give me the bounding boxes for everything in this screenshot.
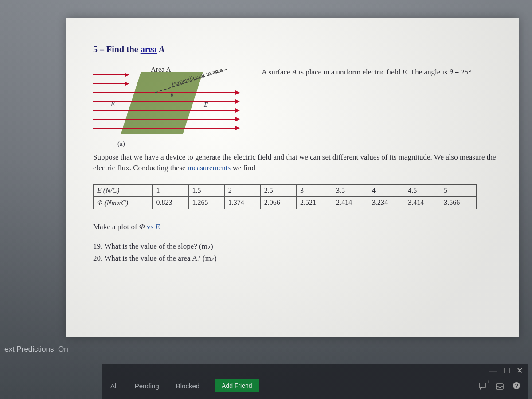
add-friend-button[interactable]: Add Friend: [215, 379, 259, 392]
arrow-head-icon: [235, 90, 240, 95]
cell: 3.234: [368, 196, 404, 209]
arrow-head-icon: [235, 117, 240, 121]
cell: 1.374: [224, 196, 260, 209]
heading-number: 5 –: [93, 44, 106, 54]
cell: 3.566: [440, 196, 476, 209]
field-line: [93, 128, 239, 129]
body-paragraph: Suppose that we have a device to generat…: [93, 152, 497, 173]
para-text: we find: [231, 164, 255, 172]
e-label-right: E: [204, 101, 208, 109]
section-heading: 5 – Find the area A: [93, 44, 497, 55]
e-label-left: E: [111, 100, 115, 108]
para-text: Suppose that we have a device to generat…: [93, 153, 496, 172]
help-icon[interactable]: ?: [512, 381, 521, 392]
arrow-head-icon: [125, 82, 129, 86]
row-header-phi: Φ (Nm₂/C): [94, 196, 153, 209]
desc-var-e: E: [402, 68, 407, 76]
close-icon[interactable]: ✕: [516, 366, 523, 376]
figure-caption: (a): [117, 140, 125, 148]
data-table: E (N/C) 1 1.5 2 2.5 3 3.5 4 4.5 5 Φ (Nm₂…: [93, 184, 477, 209]
questions-block: 19. What is the value of the slope? (m₂)…: [93, 240, 497, 264]
arrow-head-icon: [235, 108, 240, 113]
tab-all[interactable]: All: [109, 379, 120, 392]
cell: 0.823: [153, 196, 188, 209]
figure-row: Area A Perpendicular to area θ E E (a) A…: [93, 66, 497, 145]
field-line: [93, 101, 239, 102]
figure-diagram: Area A Perpendicular to area θ E E (a): [93, 66, 244, 145]
help-svg-icon: ?: [512, 381, 521, 390]
desc-angle-value: = 25°: [453, 68, 472, 76]
desc-text: is place in a uniform electric field: [297, 68, 402, 76]
tab-blocked[interactable]: Blocked: [174, 379, 201, 392]
heading-prefix: Find the: [106, 44, 141, 54]
cell: 3: [296, 184, 332, 196]
plus-badge-icon: +: [487, 379, 490, 384]
new-dm-icon[interactable]: +: [478, 382, 487, 392]
plot-e: E: [155, 223, 160, 231]
desc-text: . The angle is: [407, 68, 450, 76]
desc-var-a: A: [292, 68, 297, 76]
cell: 3.414: [404, 196, 440, 209]
cell: 2.414: [332, 196, 368, 209]
friend-tabs: All Pending Blocked Add Friend: [109, 379, 259, 392]
cell: 4.5: [404, 184, 440, 196]
text-predictions-indicator: ext Predictions: On: [0, 343, 73, 356]
arrow-head-icon: [235, 126, 240, 130]
svg-text:?: ?: [515, 383, 518, 389]
table-row: E (N/C) 1 1.5 2 2.5 3 3.5 4 4.5 5: [94, 184, 477, 196]
cell: 2.521: [296, 196, 332, 209]
minimize-icon[interactable]: —: [489, 366, 497, 376]
field-line: [93, 92, 239, 93]
maximize-icon[interactable]: ☐: [503, 366, 510, 376]
inbox-icon[interactable]: [495, 382, 504, 392]
desc-var-theta: θ: [449, 68, 453, 76]
cell: 4: [368, 184, 404, 196]
plot-phi: Φ: [139, 223, 145, 231]
plot-text: Make a plot of: [93, 223, 139, 231]
measurements-link[interactable]: measurements: [188, 164, 231, 172]
field-line: [93, 83, 129, 84]
row-header-e: E (N/C): [94, 184, 153, 196]
heading-var-a: A: [157, 44, 165, 54]
arrow-head-icon: [235, 99, 240, 104]
question-19: 19. What is the value of the slope? (m₂): [93, 240, 497, 252]
field-line: [93, 74, 129, 75]
heading-area-link[interactable]: area: [141, 44, 157, 54]
field-line: [93, 110, 239, 111]
cell: 1.5: [188, 184, 224, 196]
cell: 3.5: [332, 184, 368, 196]
chat-bubble-icon: [478, 382, 487, 390]
tab-pending[interactable]: Pending: [133, 379, 161, 392]
vs-text: vs: [145, 223, 156, 231]
chat-window-overlay: — ☐ ✕ All Pending Blocked Add Friend + ?: [102, 364, 528, 399]
document-page: 5 – Find the area A Area A Perpendicular…: [66, 18, 519, 337]
arrow-head-icon: [125, 73, 129, 77]
table-row: Φ (Nm₂/C) 0.823 1.265 1.374 2.066 2.521 …: [94, 196, 477, 209]
figure-description: A surface A is place in a uniform electr…: [262, 66, 497, 77]
desc-text: A surface: [262, 68, 292, 76]
field-line: [93, 119, 239, 120]
cell: 1: [153, 184, 188, 196]
cell: 1.265: [188, 196, 224, 209]
vs-link[interactable]: vs E: [145, 223, 160, 231]
window-controls: — ☐ ✕: [489, 366, 523, 376]
cell: 2: [224, 184, 260, 196]
plot-instruction: Make a plot of Φ vs E: [93, 223, 497, 231]
cell: 2.5: [260, 184, 296, 196]
cell: 2.066: [260, 196, 296, 209]
inbox-svg-icon: [495, 382, 504, 390]
field-lines-group: [93, 74, 239, 137]
cell: 5: [440, 184, 476, 196]
theta-label: θ: [171, 91, 173, 98]
question-20: 20. What is the value of the area A? (m₂…: [93, 252, 497, 264]
